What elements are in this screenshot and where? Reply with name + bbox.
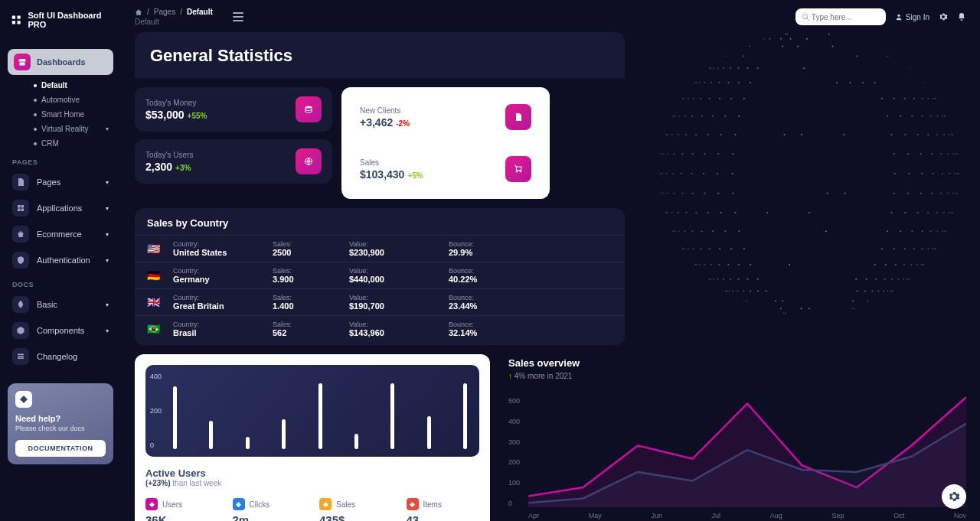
svg-point-143 bbox=[956, 173, 958, 174]
metric: ◆Items 43 bbox=[407, 498, 480, 521]
table-row[interactable]: 🇩🇪 Country:Germany Sales:3.900 Value:$44… bbox=[135, 262, 625, 288]
brand[interactable]: Soft UI Dashboard PRO bbox=[8, 8, 113, 32]
svg-point-34 bbox=[757, 67, 759, 69]
svg-point-286 bbox=[887, 291, 889, 292]
svg-point-276 bbox=[723, 278, 724, 280]
svg-point-283 bbox=[871, 291, 873, 292]
svg-point-83 bbox=[675, 116, 676, 117]
breadcrumb[interactable]: /Pages/Default bbox=[135, 8, 213, 16]
diamond-icon bbox=[15, 391, 32, 408]
svg-point-9 bbox=[785, 34, 786, 35]
svg-point-298 bbox=[750, 291, 751, 292]
svg-point-306 bbox=[782, 301, 783, 302]
stat-sales: Sales$103,430+5% bbox=[349, 147, 542, 191]
svg-point-130 bbox=[692, 153, 694, 155]
gear-icon bbox=[948, 490, 960, 503]
sidebar-item-applications[interactable]: Applications▾ bbox=[8, 195, 113, 221]
svg-point-12 bbox=[769, 38, 770, 40]
svg-point-154 bbox=[827, 193, 828, 194]
sidebar-item-components[interactable]: Components▾ bbox=[8, 317, 113, 344]
table-row[interactable]: 🇧🇷 Country:Brasil Sales:562 Value:$143,9… bbox=[135, 315, 625, 342]
sidebar-item-authentication[interactable]: Authentication▾ bbox=[8, 247, 113, 273]
svg-point-181 bbox=[936, 212, 938, 213]
svg-point-18 bbox=[782, 46, 783, 47]
svg-point-311 bbox=[801, 308, 802, 309]
svg-point-220 bbox=[893, 248, 895, 249]
svg-point-131 bbox=[704, 153, 706, 155]
settings-fab[interactable] bbox=[942, 484, 966, 509]
stat-light-group: New Clients+3,462-2% Sales$103,430+5% bbox=[341, 87, 550, 199]
svg-point-261 bbox=[866, 278, 867, 280]
flag-icon: 🇬🇧 bbox=[147, 296, 173, 308]
documentation-button[interactable]: DOCUMENTATION bbox=[15, 440, 106, 457]
svg-point-103 bbox=[665, 134, 667, 135]
svg-point-32 bbox=[738, 67, 740, 69]
svg-point-177 bbox=[891, 212, 893, 213]
sub-default[interactable]: Default bbox=[23, 78, 113, 93]
svg-point-195 bbox=[720, 212, 722, 213]
svg-point-88 bbox=[712, 116, 714, 117]
svg-point-97 bbox=[943, 134, 945, 135]
svg-point-299 bbox=[757, 291, 759, 292]
svg-point-57 bbox=[932, 98, 933, 99]
svg-point-189 bbox=[667, 212, 668, 213]
sidebar-item-changelog[interactable]: Changelog bbox=[8, 344, 113, 370]
table-row[interactable]: 🇬🇧 Country:Great Britain Sales:1.400 Val… bbox=[135, 288, 625, 315]
svg-point-180 bbox=[927, 212, 929, 213]
main: /Pages/Default Default Sign In General S… bbox=[121, 0, 980, 521]
svg-point-293 bbox=[727, 291, 728, 292]
svg-point-54 bbox=[913, 98, 915, 99]
list-icon bbox=[12, 348, 29, 365]
svg-point-60 bbox=[934, 98, 936, 99]
svg-point-259 bbox=[789, 264, 790, 265]
svg-point-70 bbox=[743, 98, 745, 99]
flag-icon: 🇺🇸 bbox=[147, 243, 173, 255]
svg-point-217 bbox=[724, 230, 726, 232]
sub-smarthome[interactable]: Smart Home bbox=[23, 107, 113, 122]
dashboards-sublist: Default Automotive Smart Home Virtual Re… bbox=[23, 78, 113, 151]
svg-point-160 bbox=[940, 193, 942, 194]
sidebar-item-dashboards[interactable]: Dashboards bbox=[8, 49, 113, 75]
svg-point-266 bbox=[903, 278, 904, 280]
svg-point-170 bbox=[674, 193, 675, 194]
menu-toggle-icon[interactable] bbox=[233, 12, 243, 21]
sales-by-country: Sales by Country 🇺🇸 Country:United State… bbox=[135, 208, 625, 345]
svg-point-8 bbox=[828, 34, 830, 35]
svg-point-10 bbox=[786, 34, 788, 35]
sub-vr[interactable]: Virtual Reality▾ bbox=[23, 122, 113, 136]
svg-point-265 bbox=[897, 278, 899, 280]
svg-point-310 bbox=[780, 308, 782, 309]
sidebar-item-pages[interactable]: Pages▾ bbox=[8, 169, 113, 195]
svg-point-113 bbox=[801, 134, 802, 135]
svg-point-212 bbox=[678, 230, 680, 232]
sub-automotive[interactable]: Automotive bbox=[23, 93, 113, 107]
svg-point-300 bbox=[766, 291, 767, 292]
svg-point-215 bbox=[701, 230, 703, 232]
svg-point-158 bbox=[920, 193, 922, 194]
svg-point-167 bbox=[661, 193, 662, 194]
metric-icon: ◆ bbox=[145, 498, 158, 510]
sidebar-item-ecommerce[interactable]: Ecommerce▾ bbox=[8, 221, 113, 247]
svg-point-132 bbox=[717, 153, 719, 155]
svg-point-98 bbox=[949, 134, 950, 135]
svg-point-43 bbox=[696, 82, 697, 83]
svg-point-200 bbox=[900, 230, 901, 232]
svg-point-219 bbox=[881, 248, 883, 249]
svg-point-205 bbox=[942, 230, 943, 232]
svg-point-140 bbox=[954, 173, 956, 174]
svg-point-295 bbox=[732, 291, 733, 292]
svg-point-87 bbox=[701, 116, 703, 117]
sidebar-item-basic[interactable]: Basic▾ bbox=[8, 291, 113, 317]
svg-point-112 bbox=[784, 134, 786, 135]
svg-point-104 bbox=[667, 134, 668, 135]
svg-point-63 bbox=[684, 98, 685, 99]
apps-icon bbox=[12, 200, 29, 217]
breadcrumb-sub: Default bbox=[135, 18, 213, 26]
sub-crm[interactable]: CRM bbox=[23, 136, 113, 151]
svg-point-16 bbox=[832, 46, 834, 47]
svg-point-26 bbox=[709, 67, 710, 69]
svg-point-243 bbox=[910, 264, 912, 265]
table-row[interactable]: 🇺🇸 Country:United States Sales:2500 Valu… bbox=[135, 235, 625, 262]
coins-icon bbox=[296, 96, 322, 122]
svg-point-77 bbox=[942, 116, 943, 117]
